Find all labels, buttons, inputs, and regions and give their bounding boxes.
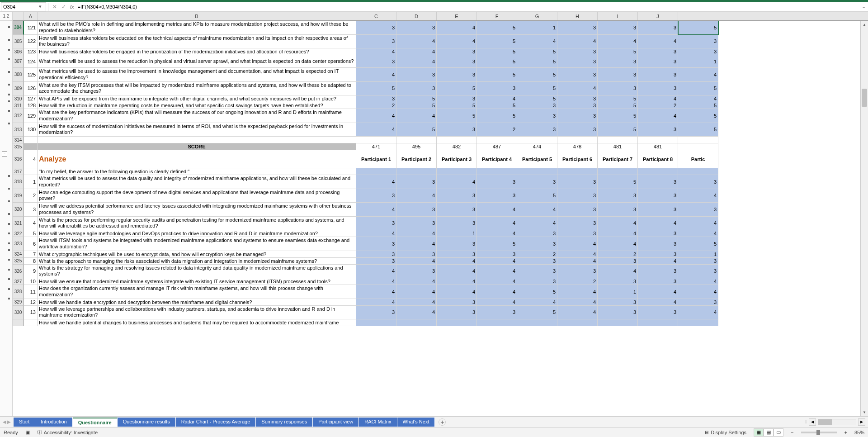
- cell-value[interactable]: 3: [396, 82, 437, 96]
- cell-value[interactable]: 4: [356, 123, 396, 137]
- column-header-G[interactable]: G: [517, 12, 557, 20]
- cell-value[interactable]: 3: [477, 175, 517, 189]
- cell-b[interactable]: What are the key performance indicators …: [38, 109, 356, 123]
- view-page-break-icon[interactable]: ▭: [774, 428, 783, 437]
- cell-value[interactable]: 2: [356, 102, 396, 109]
- cell-value[interactable]: 4: [598, 265, 638, 279]
- cell-b[interactable]: SCORE: [38, 143, 356, 150]
- cell-value[interactable]: 3: [437, 237, 477, 251]
- cell-a[interactable]: 4: [24, 217, 38, 231]
- cell-value[interactable]: 3: [437, 217, 477, 231]
- row-header[interactable]: [13, 319, 24, 326]
- cell-value[interactable]: 4: [638, 285, 678, 299]
- cell-value[interactable]: 3: [517, 102, 557, 109]
- cell-value[interactable]: 4: [396, 237, 437, 251]
- name-box[interactable]: O304 ▾: [1, 2, 46, 11]
- cell-value[interactable]: 3: [598, 306, 638, 320]
- cell-b[interactable]: What APIs will be exposed from the mainf…: [38, 95, 356, 102]
- cell-b[interactable]: How will the success of modernization in…: [38, 123, 356, 137]
- cell-value[interactable]: 4: [557, 258, 598, 265]
- cell-value[interactable]: [678, 319, 718, 326]
- cell-value[interactable]: 3: [437, 203, 477, 217]
- hscroll-left-icon[interactable]: ◀: [809, 418, 816, 426]
- cell-value[interactable]: 3: [638, 230, 678, 237]
- grid-rows[interactable]: 304121What will be the PMO's role in def…: [13, 21, 868, 416]
- cell-value[interactable]: 4: [557, 35, 598, 49]
- cell-value[interactable]: 3: [678, 265, 718, 279]
- cell-value[interactable]: [638, 168, 678, 175]
- cell-value[interactable]: 5: [437, 102, 477, 109]
- row-header[interactable]: 330: [13, 306, 24, 320]
- sheet-tab-questionnaire-results[interactable]: Questionnaire results: [118, 418, 176, 427]
- cell-value[interactable]: 5: [356, 82, 396, 96]
- cell-value[interactable]: 5: [517, 95, 557, 102]
- cell-value[interactable]: 4: [396, 109, 437, 123]
- cell-value[interactable]: 4: [678, 68, 718, 82]
- cell-value[interactable]: 5: [678, 82, 718, 96]
- cell-value[interactable]: 3: [598, 278, 638, 285]
- row-header[interactable]: 327: [13, 278, 24, 285]
- cell-a[interactable]: 6: [24, 237, 38, 251]
- cell-b[interactable]: What cryptographic techniques will be us…: [38, 251, 356, 258]
- row-header[interactable]: 317: [13, 168, 24, 175]
- cell-a[interactable]: 125: [24, 68, 38, 82]
- cell-value[interactable]: 4: [678, 278, 718, 285]
- cell-b[interactable]: What will be the PMO's role in defining …: [38, 21, 356, 35]
- cell-value[interactable]: 5: [396, 123, 437, 137]
- cell-value[interactable]: 4: [396, 189, 437, 203]
- cell-b[interactable]: What metrics will be used to assess the …: [38, 68, 356, 82]
- row-header[interactable]: 319: [13, 189, 24, 203]
- row-header[interactable]: 305: [13, 35, 24, 49]
- cell-value[interactable]: 3: [598, 21, 638, 35]
- cell-value[interactable]: [396, 319, 437, 326]
- cell-value[interactable]: [437, 319, 477, 326]
- cell-b[interactable]: How will we ensure that modernized mainf…: [38, 278, 356, 285]
- cell-value[interactable]: 4: [437, 175, 477, 189]
- sheet-tab-questionnaire[interactable]: Questionnaire: [73, 418, 118, 427]
- row-header[interactable]: 329: [13, 299, 24, 306]
- display-settings[interactable]: 🖥 Display Settings: [704, 430, 746, 435]
- scroll-thumb[interactable]: [862, 89, 867, 107]
- cell-value[interactable]: 3: [598, 258, 638, 265]
- row-header[interactable]: 309: [13, 82, 24, 96]
- cell-value[interactable]: 5: [396, 102, 437, 109]
- cell-b[interactable]: What is the strategy for managing and re…: [38, 265, 356, 279]
- column-header-A[interactable]: A: [24, 12, 38, 20]
- cell-value[interactable]: [396, 168, 437, 175]
- cell-value[interactable]: 3: [557, 265, 598, 279]
- cell-value[interactable]: 3: [638, 203, 678, 217]
- cell-value[interactable]: 4: [477, 265, 517, 279]
- cell-a[interactable]: 9: [24, 265, 38, 279]
- row-header[interactable]: 313: [13, 123, 24, 137]
- cell-value[interactable]: 3: [356, 237, 396, 251]
- cell-value[interactable]: 3: [557, 189, 598, 203]
- cell-value[interactable]: 5: [517, 68, 557, 82]
- cell-value[interactable]: Participant 7: [598, 150, 638, 168]
- cell-value[interactable]: 1: [517, 21, 557, 35]
- cell-value[interactable]: Participant 2: [396, 150, 437, 168]
- cell-value[interactable]: 5: [477, 68, 517, 82]
- cell-value[interactable]: [598, 168, 638, 175]
- cell-value[interactable]: 3: [517, 230, 557, 237]
- tab-next-icon[interactable]: ▶: [7, 419, 11, 424]
- tab-prev-icon[interactable]: ◀: [3, 419, 6, 424]
- cell-value[interactable]: 471: [356, 143, 396, 150]
- cell-a[interactable]: 4: [24, 150, 38, 168]
- tab-split-icon[interactable]: ⁞: [805, 419, 807, 425]
- cell-value[interactable]: 4: [638, 35, 678, 49]
- cell-value[interactable]: 1: [437, 230, 477, 237]
- cell-value[interactable]: 3: [557, 109, 598, 123]
- scroll-up-icon[interactable]: ▲: [861, 21, 868, 28]
- cell-value[interactable]: 3: [517, 258, 557, 265]
- cell-value[interactable]: 3: [638, 278, 678, 285]
- cell-value[interactable]: 3: [517, 109, 557, 123]
- cell-value[interactable]: 4: [437, 258, 477, 265]
- cell-value[interactable]: 3: [437, 95, 477, 102]
- cell-value[interactable]: 3: [437, 189, 477, 203]
- add-sheet-icon[interactable]: +: [439, 418, 446, 426]
- cell-value[interactable]: 4: [477, 203, 517, 217]
- row-header[interactable]: 316: [13, 150, 24, 168]
- cell-value[interactable]: [437, 168, 477, 175]
- cell-value[interactable]: 4: [598, 35, 638, 49]
- cell-value[interactable]: 3: [638, 48, 678, 55]
